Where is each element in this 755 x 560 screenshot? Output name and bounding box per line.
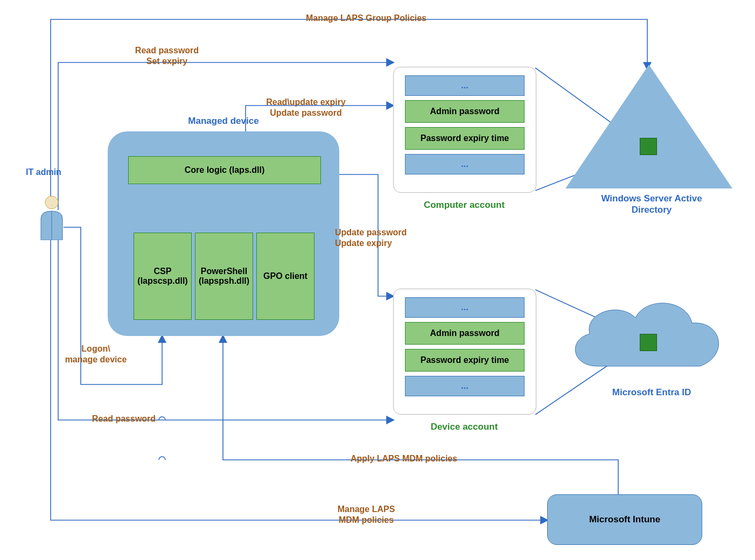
edge-apply-mdm: Apply LAPS MDM policies (323, 453, 485, 464)
computer-account-title: Computer account (393, 199, 535, 211)
csp-box: CSP (lapscsp.dll) (134, 233, 192, 320)
device-account-row-3: ... (405, 376, 525, 396)
entra-square-icon (640, 334, 657, 351)
core-logic-box: Core logic (laps.dll) (128, 156, 321, 184)
powershell-box: PowerShell (lapspsh.dll) (195, 233, 253, 320)
gpo-client-box: GPO client (256, 233, 314, 320)
device-account-row-0: ... (405, 297, 525, 318)
intune-box: Microsoft Intune (547, 494, 702, 545)
edge-manage-mdm: Manage LAPS MDM policies (312, 504, 420, 526)
computer-account-row-0: ... (405, 75, 525, 96)
diagram-root: IT admin Managed device Core logic (laps… (0, 0, 755, 560)
svg-point-0 (45, 196, 58, 209)
it-admin-label: IT admin (19, 167, 68, 178)
user-icon (36, 195, 68, 240)
computer-account-row-2: Password expiry time (405, 127, 525, 150)
edge-update-password-expiryeliminar: Update password Update expiry (335, 227, 432, 249)
edge-read-password: Read password (81, 414, 167, 424)
edge-read-set-expiry: Read password Set expiry (118, 45, 215, 67)
edge-manage-group-policies: Manage LAPS Group Policies (258, 13, 474, 24)
device-account-row-2: Password expiry time (405, 349, 525, 372)
edge-read-update-expiry: Read\update expiry Update password (247, 97, 365, 118)
ad-square-icon (640, 138, 657, 155)
device-account-row-1: Admin password (405, 322, 525, 345)
computer-account-row-1: Admin password (405, 100, 525, 123)
entra-title: Microsoft Entra ID (576, 387, 727, 398)
computer-account-row-3: ... (405, 154, 525, 174)
edge-logon-manage: Logon\ manage device (58, 344, 134, 365)
device-account-title: Device account (393, 421, 535, 432)
ad-triangle-icon (565, 65, 732, 188)
ad-title: Windows Server Active Directory (576, 193, 727, 216)
